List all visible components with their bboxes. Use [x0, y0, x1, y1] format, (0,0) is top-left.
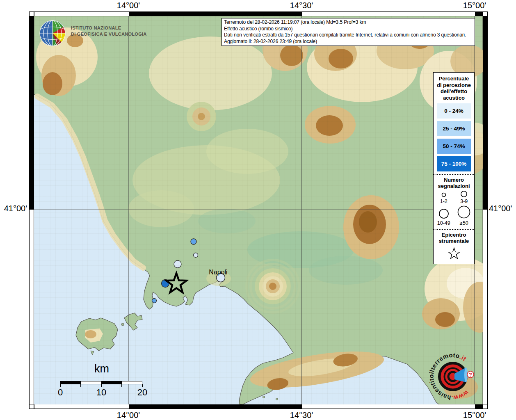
report-size-label: 10-49 [434, 221, 453, 226]
legend-reports-title: Numero segnalazioni [434, 177, 474, 189]
map-canvas: Napoli ISTITUTO NAZIONALE DI GEOFISICA E… [34, 16, 483, 404]
terrain-map: Napoli [34, 16, 483, 404]
legend-panel: Percentuale di percezione dell'effetto a… [433, 72, 475, 264]
frame-corner-bottom-left [29, 404, 34, 409]
info-line-effect: Effetto acustico (rombo sismico) [224, 26, 473, 32]
ingv-logo-globe [39, 20, 66, 47]
scale-tick [60, 384, 61, 387]
earthquake-info-box: Terremoto del 28-02-2026 11:19:07 (ora l… [221, 18, 475, 46]
legend-swatch-25-49: 25 - 49% [437, 121, 471, 136]
frame-corner-top-left [29, 11, 34, 16]
axis-label-bottom-14-30: 14°30' [279, 411, 324, 420]
observation-circle [174, 260, 181, 268]
axis-label-bottom-15-00: 15°00' [452, 411, 497, 420]
legend-reports-title-line: segnalazioni [434, 183, 474, 189]
scale-number-0: 0 [50, 387, 71, 398]
city-label-napoli: Napoli [209, 269, 227, 276]
ingv-logo-text: ISTITUTO NAZIONALE DI GEOFISICA E VULCAN… [71, 25, 147, 37]
observation-circle [194, 253, 198, 258]
report-size-label: 3-9 [454, 199, 473, 204]
frame-bottom-bar [34, 404, 483, 409]
legend-title-line: dell'effetto [434, 88, 474, 95]
frame-right-bar [483, 16, 488, 404]
scale-tick [142, 384, 143, 387]
axis-label-top-14-00: 14°00' [106, 1, 151, 10]
report-size-label: 1-2 [434, 199, 453, 204]
report-size-icon-50plus [457, 205, 471, 219]
haisentitoilterremoto-logo: ? www.haisentitoilterremoto.it [425, 347, 481, 404]
legend-epicenter-star [434, 244, 474, 262]
legend-swatch-50-74: 50 - 74% [437, 139, 471, 154]
seismic-map-page: { "frame": { "meridian_labels": ["14°00'… [0, 0, 516, 420]
scale-tick [80, 384, 81, 387]
scale-bar [60, 381, 142, 384]
legend-swatch-75-100: 75 - 100% [437, 156, 471, 171]
frame-left-bar [29, 16, 34, 404]
report-size-icon-3-9 [459, 190, 468, 197]
scale-tick [101, 384, 102, 387]
report-size-icon-10-49 [438, 208, 450, 219]
legend-epicenter-title-line: strumentale [434, 238, 474, 244]
info-line-source: Dati non verificati estratti da 157 ques… [224, 32, 473, 39]
info-line-event: Terremoto del 28-02-2026 11:19:07 (ora l… [224, 19, 473, 26]
legend-reports-title-line: Numero [434, 177, 474, 183]
ingv-text-line1: ISTITUTO NAZIONALE [71, 25, 147, 31]
question-mark: ? [469, 372, 472, 378]
legend-swatch-0-24: 0 - 24% [437, 103, 471, 119]
report-size-label: ≥50 [454, 221, 473, 226]
info-line-updated: Aggiornato il: 28-02-2026 23:49 (ora loc… [224, 39, 473, 45]
legend-title-line: Percentuale [434, 75, 474, 82]
axis-label-bottom-14-00: 14°00' [106, 411, 151, 420]
axis-label-top-14-30: 14°30' [279, 1, 324, 10]
observation-circle [152, 299, 157, 303]
legend-title-line: acustico [434, 95, 474, 101]
frame-corner-top-right [483, 11, 488, 16]
legend-title-line: di percezione [434, 82, 474, 89]
legend-epicenter-title: Epicentro strumentale [434, 232, 474, 244]
scale-tick [121, 384, 122, 387]
legend-size-row-small: 1-2 3-9 [434, 190, 474, 204]
frame-corner-bottom-right [483, 404, 488, 409]
ingv-text-line2: DI GEOFISICA E VULCANOLOGIA [71, 31, 147, 37]
scale-unit-label: km [89, 363, 114, 375]
axis-label-left-41-00: 41°00' [0, 204, 27, 213]
scale-number-10: 10 [91, 387, 112, 398]
scale-number-20: 20 [132, 387, 153, 398]
legend-epicenter-title-line: Epicentro [434, 232, 474, 238]
report-size-icon-1-2 [440, 191, 448, 197]
legend-separator [434, 174, 474, 175]
observation-circle [191, 239, 196, 244]
axis-label-right-41-00: 41°00' [489, 204, 516, 213]
axis-label-top-15-00: 15°00' [452, 1, 497, 10]
legend-separator [434, 229, 474, 230]
legend-perception-title: Percentuale di percezione dell'effetto a… [434, 75, 474, 101]
legend-size-row-large: 10-49 ≥50 [434, 205, 474, 226]
